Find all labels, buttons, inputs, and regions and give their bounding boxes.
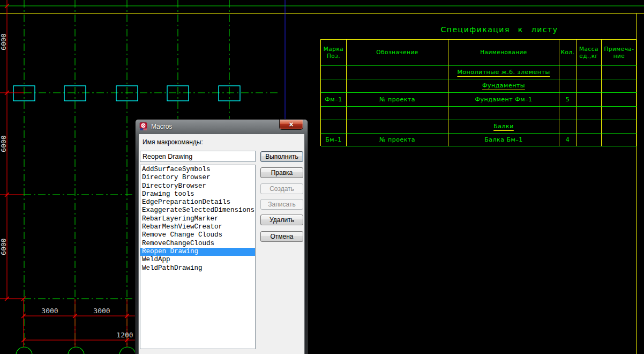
macro-list[interactable]: AddSurfaceSymbols Directory Browser Dire… bbox=[140, 165, 256, 349]
spec-cell: Балка Бм–1 bbox=[448, 134, 559, 146]
delete-button[interactable]: Удалить bbox=[260, 215, 303, 225]
spec-cell bbox=[576, 66, 602, 79]
macros-dialog: Macros × Имя макрокоманды: AddSurfaceSym… bbox=[135, 119, 308, 354]
spec-table-title: Спецификация к листу bbox=[320, 25, 636, 34]
dialog-title: Macros bbox=[151, 123, 172, 130]
spec-cell bbox=[602, 79, 637, 93]
dialog-body: Имя макрокоманды: AddSurfaceSymbols Dire… bbox=[138, 134, 305, 354]
macro-name-input[interactable] bbox=[140, 151, 256, 162]
spec-cell bbox=[602, 93, 637, 107]
spec-cell bbox=[347, 107, 448, 120]
macro-list-item[interactable]: Remove Change Clouds bbox=[140, 231, 255, 239]
macros-app-icon bbox=[139, 122, 148, 131]
spec-header-cell: Масса ед.,кг bbox=[576, 40, 602, 66]
spec-cell: Фундамент Фм–1 bbox=[448, 93, 559, 107]
spec-cell bbox=[576, 134, 602, 146]
spec-header-cell: Кол. bbox=[559, 40, 576, 66]
dim-label-3000-1: 3000 bbox=[41, 307, 58, 315]
axis-bubbles bbox=[16, 347, 136, 354]
macro-list-item[interactable]: WeldPathDrawing bbox=[140, 264, 255, 272]
spec-cell: № проекта bbox=[347, 134, 448, 146]
cancel-button[interactable]: Отмена bbox=[260, 231, 303, 242]
spec-cell bbox=[347, 120, 448, 134]
spec-header-cell: Примеча- ние bbox=[602, 40, 637, 66]
spec-cell bbox=[321, 66, 347, 79]
dim-label-6000-1: 6000 bbox=[0, 33, 8, 50]
spec-cell bbox=[559, 79, 576, 93]
spec-cell bbox=[602, 66, 637, 79]
spec-cell: Монолитные ж.б. элементы bbox=[448, 66, 559, 79]
spec-cell: Фм–1 bbox=[321, 93, 347, 107]
macro-list-item[interactable]: RebarLayeringMarker bbox=[140, 215, 255, 223]
spec-cell: 4 bbox=[559, 134, 576, 146]
spec-cell bbox=[347, 79, 448, 93]
run-button[interactable]: Выполнить bbox=[260, 151, 303, 162]
spec-header-cell: Марка Поз. bbox=[321, 40, 347, 66]
macro-list-item[interactable]: RebarMeshViewCreator bbox=[140, 223, 255, 231]
dimension-ticks bbox=[5, 4, 129, 342]
dimension-labels: 6000 6000 6000 3000 3000 1200 bbox=[0, 33, 133, 339]
spec-cell bbox=[576, 93, 602, 107]
spec-cell bbox=[559, 66, 576, 79]
spec-cell bbox=[321, 107, 347, 120]
spec-cell bbox=[448, 107, 559, 120]
cad-canvas[interactable]: 6000 6000 6000 3000 3000 1200 Спецификац… bbox=[0, 0, 644, 354]
spec-cell bbox=[576, 120, 602, 134]
macro-list-item[interactable]: EdgePreparationDetails bbox=[140, 198, 255, 206]
close-icon: × bbox=[289, 121, 293, 128]
spec-cell: Фундаменты bbox=[448, 79, 559, 93]
dim-label-1200: 1200 bbox=[116, 331, 133, 339]
spec-cell bbox=[576, 107, 602, 120]
edit-button[interactable]: Правка bbox=[260, 167, 303, 178]
spec-cell bbox=[576, 79, 602, 93]
spec-header-cell: Обозначение bbox=[347, 40, 448, 66]
macro-list-item[interactable]: ExaggerateSelectedDimensions bbox=[140, 206, 255, 215]
spec-cell: № проекта bbox=[347, 93, 448, 107]
macro-list-item[interactable]: Drawing tools bbox=[140, 190, 255, 198]
macro-list-item[interactable]: RemoveChangeClouds bbox=[140, 240, 255, 248]
macro-list-item-selected[interactable]: Reopen Drawing bbox=[140, 248, 255, 256]
spec-cell: 5 bbox=[559, 93, 576, 107]
spec-cell bbox=[602, 120, 637, 134]
dim-label-6000-3: 6000 bbox=[0, 238, 8, 255]
dim-label-3000-2: 3000 bbox=[93, 307, 110, 315]
dialog-titlebar[interactable]: Macros × bbox=[136, 120, 308, 134]
macro-list-item[interactable]: AddSurfaceSymbols bbox=[140, 166, 255, 174]
spec-cell bbox=[559, 107, 576, 120]
spec-table: Марка Поз. Обозначение Наименование Кол.… bbox=[320, 39, 636, 146]
macro-list-item[interactable]: Directory Browser bbox=[140, 174, 255, 182]
close-button[interactable]: × bbox=[279, 120, 303, 130]
macro-name-label: Имя макрокоманды: bbox=[143, 138, 203, 146]
macro-list-item[interactable]: WeldApp bbox=[140, 256, 255, 264]
spec-cell bbox=[321, 79, 347, 93]
spec-cell bbox=[602, 107, 637, 120]
spec-cell bbox=[559, 120, 576, 134]
spec-cell bbox=[347, 66, 448, 79]
dimension-lines bbox=[0, 0, 138, 347]
dim-label-6000-2: 6000 bbox=[0, 135, 8, 152]
create-button[interactable]: Создать bbox=[260, 183, 303, 194]
spec-cell bbox=[602, 134, 637, 146]
spec-cell: Балки bbox=[448, 120, 559, 134]
record-button[interactable]: Записать bbox=[260, 199, 303, 210]
macro-list-item[interactable]: DirectoryBrowser bbox=[140, 182, 255, 190]
spec-header-cell: Наименование bbox=[448, 40, 559, 66]
spec-cell bbox=[321, 120, 347, 134]
spec-cell: Бм–1 bbox=[321, 134, 347, 146]
